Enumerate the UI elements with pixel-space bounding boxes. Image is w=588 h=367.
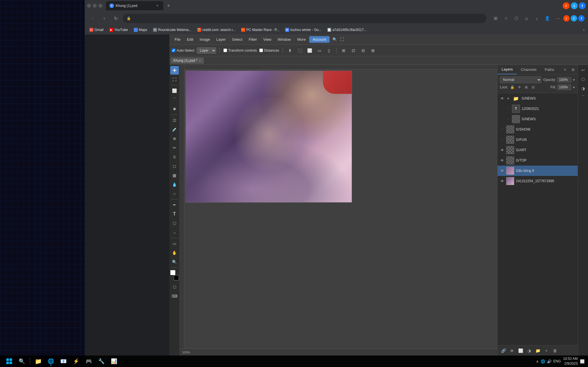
- menu-layer[interactable]: Layer: [214, 36, 229, 43]
- layer-visibility-toggle[interactable]: 👁: [500, 168, 504, 173]
- minimize-btn[interactable]: [87, 4, 91, 8]
- tool-crop[interactable]: ⊡: [170, 116, 179, 125]
- canvas-container[interactable]: [185, 71, 497, 356]
- star-btn[interactable]: ☆: [501, 14, 510, 23]
- layer-visibility-toggle[interactable]: 👁: [500, 148, 504, 152]
- tray-language[interactable]: ENG: [553, 359, 561, 363]
- layer-visibility-toggle[interactable]: 👁: [500, 127, 504, 132]
- panel-tab-layers[interactable]: Layers: [498, 65, 517, 74]
- menu-fullscreen-btn[interactable]: ⛶: [339, 36, 346, 43]
- tool-pen[interactable]: ✒: [170, 201, 179, 209]
- foreground-color[interactable]: [170, 270, 175, 275]
- blend-mode-select[interactable]: Normal Multiply Screen Overlay: [500, 76, 541, 83]
- forward-button[interactable]: ›: [100, 14, 109, 23]
- opacity-input[interactable]: [557, 77, 571, 83]
- tool-gradient[interactable]: ▦: [170, 171, 179, 180]
- menu-file[interactable]: File: [172, 36, 183, 43]
- canvas[interactable]: [185, 71, 352, 203]
- tool-eraser[interactable]: ◻: [170, 162, 179, 170]
- bookmark-pcmr[interactable]: PC PC Master Race - P...: [240, 27, 281, 32]
- layer-item[interactable]: 👁 T 12/09/2021: [498, 104, 578, 114]
- layer-visibility-toggle[interactable]: 👁: [500, 137, 504, 142]
- tool-magic-wand[interactable]: ✱: [170, 105, 179, 113]
- layer-item[interactable]: 👁 G/TOP: [498, 155, 578, 166]
- system-clock[interactable]: 10:52 AM 2/9/2023: [563, 356, 578, 366]
- layer-item[interactable]: 👁 Gấu bông 8: [498, 166, 578, 176]
- paths-icon[interactable]: ⌒: [579, 94, 587, 102]
- layer-item[interactable]: 👁 241312254_1577672895: [498, 176, 578, 186]
- tool-artboard[interactable]: [170, 75, 179, 84]
- tool-heal[interactable]: ⊕: [170, 134, 179, 143]
- taskbar-file-explorer[interactable]: 📁: [32, 356, 44, 367]
- tool-zoom[interactable]: 🔍: [170, 258, 179, 266]
- bookmark-youtube[interactable]: ▶ YouTube: [108, 27, 129, 32]
- taskbar-edge[interactable]: 🌐: [45, 356, 57, 367]
- active-tab[interactable]: P Khung (1).psd ×: [106, 1, 163, 10]
- show-desktop-btn[interactable]: ⬜: [580, 359, 585, 364]
- canvas-area[interactable]: 100%: [180, 65, 497, 356]
- tray-volume-icon[interactable]: 🔊: [547, 359, 552, 364]
- opacity-arrow[interactable]: ▼: [572, 78, 575, 81]
- reddit-icon[interactable]: r: [563, 2, 570, 9]
- collections-btn[interactable]: ⬡: [512, 14, 521, 23]
- fill-input[interactable]: [557, 84, 571, 90]
- align-middle-btn[interactable]: ▯: [325, 47, 333, 54]
- twitter-icon[interactable]: t: [571, 2, 578, 9]
- menu-search-btn[interactable]: 🔍: [331, 36, 338, 43]
- layer-item[interactable]: 👁 G/SHOW: [498, 124, 578, 135]
- tool-brush[interactable]: ✏: [170, 143, 179, 152]
- bookmark-maps[interactable]: 📍 Maps: [133, 27, 148, 32]
- tool-marquee[interactable]: ⬜: [170, 86, 179, 95]
- bookmark-touhou[interactable]: G touhou winter - Go...: [284, 27, 323, 32]
- layer-visibility-toggle[interactable]: 👁: [506, 117, 510, 121]
- layer-new-btn[interactable]: +: [543, 347, 550, 354]
- taskbar-app-7[interactable]: 📊: [108, 356, 120, 367]
- tool-clone[interactable]: ⎘: [170, 153, 179, 161]
- layer-item[interactable]: 👁 G/FUN: [498, 135, 578, 145]
- bookmark-roundcube[interactable]: ✉ Roundcube Webma...: [152, 27, 193, 32]
- twitter-toolbar-icon[interactable]: t: [571, 15, 577, 22]
- lock-position-icon[interactable]: ✛: [517, 85, 522, 90]
- maximize-btn[interactable]: [93, 4, 97, 8]
- panel-tab-channels[interactable]: Channels: [517, 65, 541, 74]
- feedback-btn[interactable]: ☺: [522, 14, 531, 23]
- layer-effects-btn[interactable]: ⊕: [508, 347, 515, 354]
- layer-item[interactable]: 👁 ▼ 📁 G/NEWS: [498, 93, 578, 104]
- menu-image[interactable]: Image: [197, 36, 213, 43]
- auto-select-check[interactable]: Auto-Select: [172, 48, 194, 53]
- dist-spacing-btn[interactable]: ⊟: [359, 47, 367, 54]
- facebook-toolbar-icon[interactable]: f: [578, 15, 585, 22]
- color-swatches[interactable]: [170, 270, 179, 280]
- menu-filter[interactable]: Filter: [246, 36, 260, 43]
- distances-checkbox[interactable]: [259, 48, 263, 52]
- dist-v-btn[interactable]: ⊡: [350, 47, 357, 54]
- layer-delete-btn[interactable]: 🗑: [552, 347, 558, 354]
- tool-blur[interactable]: 💧: [170, 180, 179, 189]
- layer-visibility-toggle[interactable]: 👁: [500, 96, 504, 101]
- address-bar[interactable]: 🔒: [123, 14, 486, 23]
- tool-path[interactable]: ⬦: [170, 228, 179, 237]
- bookmark-reddit[interactable]: 👽 reddit.com: search r...: [196, 27, 237, 32]
- lock-pixels-icon[interactable]: 🔒: [510, 85, 515, 90]
- active-doc-tab[interactable]: Khung (1).psd * ×: [171, 57, 204, 64]
- auto-select-checkbox[interactable]: [172, 48, 175, 52]
- bookmark-misc[interactable]: 📄 a7a51495c3fac9317...: [326, 27, 368, 32]
- tool-eyedropper[interactable]: 💉: [170, 125, 179, 134]
- menu-view[interactable]: View: [260, 36, 274, 43]
- taskbar-app-4[interactable]: ⚡: [70, 356, 82, 367]
- menu-edit[interactable]: Edit: [184, 36, 196, 43]
- taskbar-app-3[interactable]: 📧: [58, 356, 69, 367]
- link-btn[interactable]: ⊞: [369, 47, 377, 54]
- doc-tab-close-btn[interactable]: ×: [199, 59, 201, 62]
- colors-icon[interactable]: ◑: [579, 84, 587, 92]
- panel-collapse-btn[interactable]: ⊞: [570, 66, 577, 73]
- taskbar-start-button[interactable]: [3, 356, 15, 367]
- history-icon[interactable]: ↩: [579, 66, 587, 74]
- taskbar-app-5[interactable]: 🎮: [83, 356, 94, 367]
- close-btn[interactable]: [98, 4, 102, 8]
- tool-screen-mode[interactable]: ⌨: [170, 292, 179, 300]
- reddit-toolbar-icon[interactable]: r: [563, 15, 570, 22]
- layer-adjustment-btn[interactable]: ◑: [526, 347, 533, 354]
- extensions-btn[interactable]: ⊞: [491, 14, 500, 23]
- new-tab-button[interactable]: +: [165, 2, 173, 10]
